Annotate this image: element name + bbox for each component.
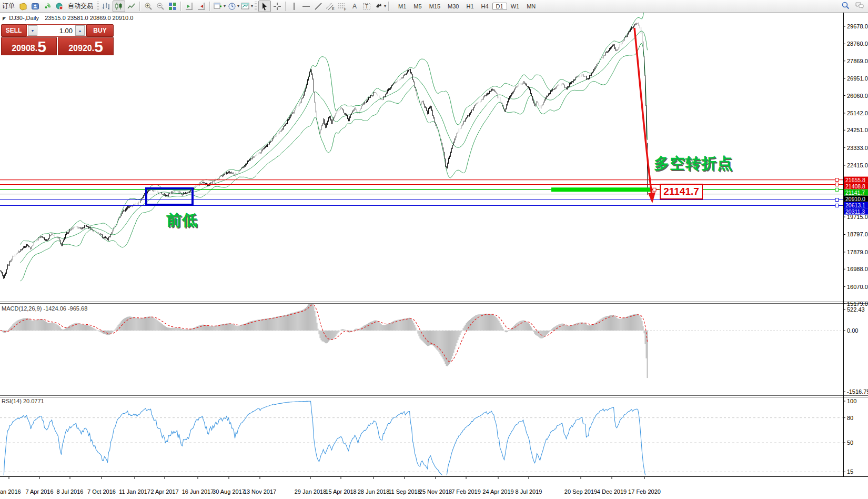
hline-price-tag-text: 21408.8 xyxy=(845,183,865,189)
toolbar-separator xyxy=(285,2,286,11)
date-axis-label: 24 Apr 2019 xyxy=(482,488,513,495)
volume-field: ▼ 1.00 ▲ xyxy=(26,24,86,37)
timeframe-m1[interactable]: M1 xyxy=(395,3,410,10)
add-indicator-icon[interactable] xyxy=(213,1,224,12)
arrows-tool-icon[interactable] xyxy=(373,1,385,12)
horizontal-line-tool-icon[interactable] xyxy=(300,1,312,12)
tile-windows-icon[interactable] xyxy=(167,1,178,12)
timeframe-d1[interactable]: D1 xyxy=(492,3,507,10)
one-click-toggle-icon[interactable]: ◤ xyxy=(3,16,6,21)
bid-price-big-digit: 5 xyxy=(37,40,46,54)
ask-price-panel[interactable]: 20920. 5 xyxy=(58,37,114,55)
hline-price-tag-text: 20910.0 xyxy=(845,196,865,202)
date-axis-label: Jan 2016 xyxy=(0,488,21,495)
template-caret[interactable]: ▾ xyxy=(251,4,253,8)
date-axis-label: 17 Feb 2020 xyxy=(628,488,661,495)
vertical-line-tool-icon[interactable] xyxy=(288,1,300,12)
zoom-out-icon[interactable] xyxy=(155,1,166,12)
timeframe-toolbar: M1M5M15M30H1H4D1W1MN xyxy=(395,3,539,10)
price-axis-label: 27869.0 xyxy=(847,58,868,64)
price-axis-label: 22415.0 xyxy=(847,162,868,168)
timeframe-h1[interactable]: H1 xyxy=(462,3,477,10)
support-highlight-bar[interactable] xyxy=(551,187,651,192)
date-axis-label: 13 Nov 2017 xyxy=(244,488,276,495)
buy-button[interactable]: BUY xyxy=(86,24,114,37)
svg-text:T: T xyxy=(365,3,368,9)
bar-chart-type-icon[interactable] xyxy=(100,1,112,12)
fibonacci-tool-icon[interactable]: F xyxy=(337,1,348,12)
price-axis-label: 17879.0 xyxy=(847,249,868,255)
chart-ohlc-values: 23515.0 23581.0 20869.0 20910.0 xyxy=(45,15,133,21)
volume-input[interactable]: 1.00 xyxy=(38,27,74,35)
turning-point-annotation[interactable]: 多空转折点 xyxy=(654,153,733,174)
price-axis-label: 19715.0 xyxy=(847,214,868,220)
price-callout-box[interactable]: 21141.7 xyxy=(660,184,703,199)
hline-handle[interactable] xyxy=(835,188,839,191)
volume-decrease-button[interactable]: ▼ xyxy=(28,25,37,36)
toolbar-grip xyxy=(255,2,257,11)
terminal-user-icon[interactable] xyxy=(29,1,41,12)
date-axis-label: 16 Jun 2017 xyxy=(182,488,214,495)
previous-low-annotation[interactable]: 前低 xyxy=(166,210,198,231)
auto-trading-button[interactable]: 自动交易 xyxy=(66,2,95,11)
signal-icon[interactable] xyxy=(42,1,53,12)
chat-icon[interactable] xyxy=(854,1,865,12)
callout-anchor-handle[interactable] xyxy=(653,188,656,191)
hline-handle[interactable] xyxy=(835,204,839,207)
date-axis-label: 7 Apr 2016 xyxy=(25,488,53,495)
volume-increase-button[interactable]: ▲ xyxy=(75,25,85,36)
equidistant-channel-tool-icon[interactable]: E xyxy=(325,1,336,12)
price-axis-label: 29678.0 xyxy=(847,23,868,29)
date-axis-label: 2 Apr 2017 xyxy=(150,488,178,495)
period-clock-icon[interactable] xyxy=(226,1,238,12)
timeframe-m15[interactable]: M15 xyxy=(426,3,444,10)
address-book-icon[interactable] xyxy=(17,1,29,12)
rsi-indicator-label: RSI(14) 20.0771 xyxy=(2,398,44,404)
hline-price-tag-text: 21655.8 xyxy=(845,177,865,183)
hline-handle[interactable] xyxy=(835,198,839,201)
arrows-tool-caret[interactable]: ▾ xyxy=(384,4,386,8)
sell-button[interactable]: SELL xyxy=(1,24,26,37)
trendline-tool-icon[interactable] xyxy=(312,1,324,12)
zoom-in-icon[interactable] xyxy=(143,1,154,12)
price-axis-label: 28760.0 xyxy=(847,41,868,47)
price-axis-label: 25142.0 xyxy=(847,110,868,116)
macd-axis-label: -1516.75 xyxy=(847,388,868,395)
date-axis-label: 20 Sep 2019 xyxy=(564,488,597,495)
chart-shift-icon[interactable] xyxy=(184,1,195,12)
price-axis-label: 24251.0 xyxy=(847,127,868,133)
timeframe-m5[interactable]: M5 xyxy=(410,3,425,10)
add-indicator-caret[interactable]: ▾ xyxy=(224,4,226,8)
crosshair-tool-icon[interactable] xyxy=(271,1,283,12)
bid-price-panel[interactable]: 20908. 5 xyxy=(1,37,57,55)
svg-text:E: E xyxy=(332,7,335,11)
hline-handle[interactable] xyxy=(835,178,839,182)
hline-handle[interactable] xyxy=(835,183,839,186)
timeframe-m30[interactable]: M30 xyxy=(444,3,462,10)
macd-signal-line xyxy=(1,304,648,362)
text-tool-icon[interactable]: A xyxy=(349,1,360,12)
date-axis-label: 4 Dec 2019 xyxy=(597,488,627,495)
rsi-axis-label: 100 xyxy=(847,398,856,404)
line-chart-type-icon[interactable] xyxy=(126,1,137,12)
timeframe-w1[interactable]: W1 xyxy=(507,3,523,10)
rsi-axis-label: 80 xyxy=(847,415,853,421)
date-axis-label: 7 Oct 2016 xyxy=(87,488,116,495)
top-toolbar: 订单 自动交易 ▾ ▾ ▾ E F A T ▾ M1M5M15M30H1H4D1… xyxy=(0,0,868,13)
date-axis-label: 11 Jan 2017 xyxy=(119,488,150,495)
period-clock-caret[interactable]: ▾ xyxy=(237,4,239,8)
timeframe-mn[interactable]: MN xyxy=(523,3,539,10)
new-order-button[interactable]: 订单 xyxy=(0,2,17,11)
chart-svg: 29678.028760.027869.026951.026060.025142… xyxy=(0,0,868,499)
timeframe-h4[interactable]: H4 xyxy=(478,3,492,10)
toolbar-separator xyxy=(139,2,140,11)
macd-axis-label: 522.43 xyxy=(847,306,865,313)
hline-price-tag-text: 20311.3 xyxy=(845,208,865,215)
template-window-icon[interactable] xyxy=(240,1,251,12)
auto-scroll-icon[interactable] xyxy=(196,1,207,12)
cursor-tool-icon[interactable] xyxy=(258,1,271,12)
date-axis-label: 15 Apr 2018 xyxy=(325,488,356,495)
text-label-tool-icon[interactable]: T xyxy=(361,1,372,12)
candlestick-chart-type-icon[interactable] xyxy=(113,1,125,12)
search-icon[interactable] xyxy=(841,1,850,12)
